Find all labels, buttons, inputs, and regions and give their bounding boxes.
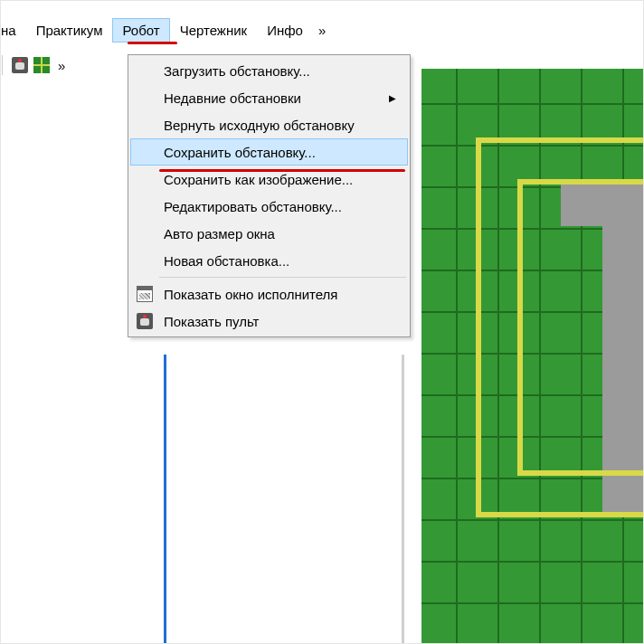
annotation-underline-robot [128,42,177,44]
menu-bar: на Практикум Робот Чертежник Инфо » [0,16,644,43]
toolbar: » [0,53,69,77]
menu-item-partial[interactable]: на [0,18,26,43]
joystick-icon [12,57,28,73]
toolbar-joystick-button[interactable] [11,56,29,74]
wall [517,179,644,185]
wall [476,137,481,517]
menu-item-label: Загрузить обстановку... [164,63,310,79]
toolbar-field-button[interactable] [33,56,51,74]
menu-item-label: Показать пульт [164,314,260,329]
menu-auto-window-size[interactable]: Авто размер окна [130,220,408,247]
toolbar-separator [2,55,5,75]
menu-item-label: Недавние обстановки [164,90,301,106]
toolbar-overflow[interactable]: » [54,58,69,73]
menu-item-label: Сохранить как изображение... [164,172,353,187]
menu-item-label: Новая обстановка... [164,253,289,269]
menu-item-label: Сохранить обстановку... [164,145,316,160]
painted-region [561,185,644,226]
menu-new-environment[interactable]: Новая обстановка... [130,247,408,274]
painted-region [602,185,644,517]
menu-overflow[interactable]: » [313,19,331,42]
wall [476,137,644,143]
wall [517,179,523,474]
robot-field-panel [421,65,644,644]
submenu-arrow-icon: ▶ [389,93,396,103]
grid-icon [33,57,50,73]
window-icon [137,286,153,302]
menu-item-label: Показать окно исполнителя [164,287,337,302]
wall [476,512,644,517]
menu-recent-environments[interactable]: Недавние обстановки ▶ [130,84,408,111]
robot-field[interactable] [421,69,644,644]
robot-dropdown-menu: Загрузить обстановку... Недавние обстано… [128,54,411,337]
wall [517,470,644,476]
joystick-icon [137,313,153,329]
menu-show-remote[interactable]: Показать пульт [130,308,408,335]
menu-save-environment[interactable]: Сохранить обстановку... [130,138,408,166]
menu-item-praktikum[interactable]: Практикум [26,18,113,43]
menu-item-drawer[interactable]: Чертежник [170,18,258,43]
annotation-underline-save [159,169,405,172]
menu-item-label: Авто размер окна [164,226,275,242]
menu-show-executor-window[interactable]: Показать окно исполнителя [130,280,408,308]
menu-item-info[interactable]: Инфо [257,18,313,43]
menu-item-robot[interactable]: Робот [112,18,169,43]
editor-caret-line [164,355,166,644]
menu-load-environment[interactable]: Загрузить обстановку... [130,57,408,84]
menu-edit-environment[interactable]: Редактировать обстановку... [130,193,408,220]
menu-item-label: Редактировать обстановку... [164,199,342,214]
menu-item-label: Вернуть исходную обстановку [164,118,355,133]
menu-restore-environment[interactable]: Вернуть исходную обстановку [130,111,408,138]
menu-separator [159,277,406,278]
pane-splitter[interactable] [402,355,404,644]
